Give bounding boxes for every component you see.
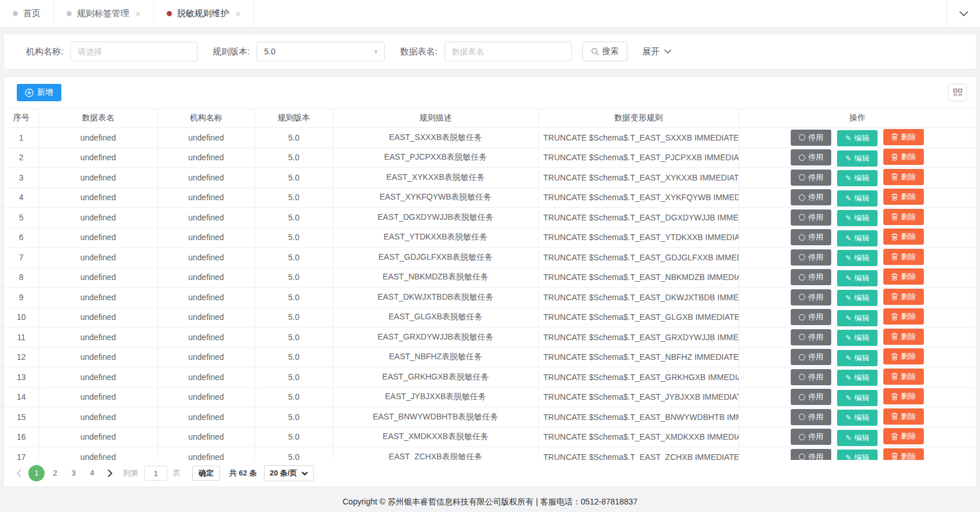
cell-table-name: undefined <box>39 407 157 428</box>
delete-button[interactable]: 删除 <box>883 308 924 325</box>
circle-icon <box>799 314 805 321</box>
table-row: 5 undefined undefined 5.0 EAST_DGXDYWJJB… <box>4 208 976 228</box>
edit-button[interactable]: ✎ 编辑 <box>837 310 878 326</box>
page-button-2[interactable]: 2 <box>47 465 63 481</box>
disable-button[interactable]: 停用 <box>791 369 831 385</box>
delete-button[interactable]: 删除 <box>883 408 924 425</box>
edit-button[interactable]: ✎ 编辑 <box>837 170 878 186</box>
table-row: 12 undefined undefined 5.0 EAST_NBFHZ表脱敏… <box>4 347 976 367</box>
table-row: 13 undefined undefined 5.0 EAST_GRKHGXB表… <box>4 367 976 388</box>
search-icon <box>591 47 599 56</box>
chevron-left-icon <box>16 469 21 477</box>
next-page-button[interactable] <box>102 465 118 481</box>
delete-button[interactable]: 删除 <box>883 388 924 404</box>
cell-rule-version: 5.0 <box>255 168 333 188</box>
disable-button[interactable]: 停用 <box>791 429 831 445</box>
tabs-dropdown-button[interactable] <box>946 0 980 27</box>
disable-button[interactable]: 停用 <box>791 209 831 226</box>
table-row: 2 undefined undefined 5.0 EAST_PJCPXXB表脱… <box>4 148 976 168</box>
disable-button[interactable]: 停用 <box>791 389 831 405</box>
cell-row-number: 12 <box>4 347 39 367</box>
disable-button[interactable]: 停用 <box>791 229 831 245</box>
disable-button[interactable]: 停用 <box>791 289 831 305</box>
cell-row-number: 13 <box>4 367 39 388</box>
edit-button[interactable]: ✎ 编辑 <box>837 290 878 306</box>
search-button[interactable]: 搜索 <box>582 42 627 61</box>
expand-label: 展开 <box>643 46 660 57</box>
delete-button[interactable]: 删除 <box>883 369 924 385</box>
circle-icon <box>799 394 805 400</box>
page-button-3[interactable]: 3 <box>65 465 82 481</box>
cell-row-number: 7 <box>4 248 39 268</box>
close-icon[interactable]: × <box>236 9 241 18</box>
edit-button[interactable]: ✎ 编辑 <box>837 230 878 246</box>
delete-button[interactable]: 删除 <box>883 289 924 305</box>
expand-toggle[interactable]: 展开 <box>643 46 671 57</box>
disable-button[interactable]: 停用 <box>791 149 831 165</box>
cell-transform-rule: TRUNCATE $Schema$.T_EAST_XYKXXB IMMEDIAT… <box>538 168 739 188</box>
rule-version-select[interactable]: 5.0 ▼ <box>256 42 385 61</box>
cell-transform-rule: TRUNCATE $Schema$.T_EAST_SXXXB IMMEDIATE… <box>538 128 739 148</box>
disable-button[interactable]: 停用 <box>791 309 831 325</box>
edit-button[interactable]: ✎ 编辑 <box>837 150 878 167</box>
edit-button[interactable]: ✎ 编辑 <box>837 250 878 266</box>
edit-button[interactable]: ✎ 编辑 <box>837 410 878 426</box>
confirm-page-button[interactable]: 确定 <box>192 466 220 481</box>
edit-button[interactable]: ✎ 编辑 <box>837 390 878 406</box>
main-panel: 新增 序号 数据表名 机构名称 规则版本 规则描述 数据变形规则 操作 <box>3 76 977 487</box>
edit-button[interactable]: ✎ 编辑 <box>837 210 878 226</box>
edit-button[interactable]: ✎ 编辑 <box>837 130 878 146</box>
edit-button[interactable]: ✎ 编辑 <box>837 430 878 446</box>
tab-desensitization-rule-maintenance[interactable]: 脱敏规则维护 × <box>154 0 254 27</box>
edit-button[interactable]: ✎ 编辑 <box>837 330 878 346</box>
cell-rule-desc: EAST_NBKMDZB表脱敏任务 <box>333 267 538 288</box>
close-icon[interactable]: × <box>135 9 141 18</box>
delete-button[interactable]: 删除 <box>883 189 924 205</box>
delete-button[interactable]: 删除 <box>883 428 924 444</box>
disable-button[interactable]: 停用 <box>791 449 831 461</box>
circle-icon <box>799 454 805 460</box>
cell-row-number: 16 <box>4 427 39 447</box>
disable-button[interactable]: 停用 <box>791 349 831 365</box>
disable-button[interactable]: 停用 <box>791 130 831 146</box>
cell-table-name: undefined <box>39 347 157 367</box>
disable-button[interactable]: 停用 <box>791 170 831 186</box>
page-button-1[interactable]: 1 <box>28 465 45 481</box>
tab-home[interactable]: 首页 <box>0 0 54 27</box>
prev-page-button[interactable] <box>11 465 26 481</box>
delete-button[interactable]: 删除 <box>883 209 924 225</box>
disable-button[interactable]: 停用 <box>791 329 831 345</box>
delete-button[interactable]: 删除 <box>883 169 924 185</box>
delete-button[interactable]: 删除 <box>883 129 924 145</box>
delete-button[interactable]: 删除 <box>883 229 924 245</box>
disable-button[interactable]: 停用 <box>791 269 831 285</box>
org-name-input[interactable] <box>70 42 197 61</box>
delete-button[interactable]: 删除 <box>883 268 924 285</box>
edit-button[interactable]: ✎ 编辑 <box>837 270 878 286</box>
edit-button[interactable]: ✎ 编辑 <box>837 370 878 386</box>
edit-button[interactable]: ✎ 编辑 <box>837 190 878 207</box>
table-row: 11 undefined undefined 5.0 EAST_GRXDYWJJ… <box>4 327 976 348</box>
trash-icon <box>891 213 898 220</box>
disable-button[interactable]: 停用 <box>791 249 831 266</box>
delete-button[interactable]: 删除 <box>883 249 924 265</box>
tab-rule-label-management[interactable]: 规则标签管理 × <box>54 0 154 27</box>
delete-button[interactable]: 删除 <box>883 149 924 165</box>
table-name-input[interactable] <box>445 42 572 61</box>
delete-button[interactable]: 删除 <box>883 329 924 345</box>
add-button[interactable]: 新增 <box>17 84 61 101</box>
delete-button[interactable]: 删除 <box>883 448 924 461</box>
disable-button[interactable]: 停用 <box>791 189 831 205</box>
goto-page-input[interactable] <box>144 466 167 481</box>
delete-button[interactable]: 删除 <box>883 348 924 364</box>
edit-button[interactable]: ✎ 编辑 <box>837 450 878 460</box>
disable-button[interactable]: 停用 <box>791 409 831 425</box>
cell-row-number: 1 <box>4 128 39 148</box>
table-body: 1 undefined undefined 5.0 EAST_SXXXB表脱敏任… <box>4 128 976 461</box>
cell-rule-desc: EAST_NBFHZ表脱敏任务 <box>333 347 538 367</box>
chevron-right-icon <box>108 469 113 477</box>
page-size-select[interactable]: 20 条/页 <box>264 465 314 481</box>
column-settings-button[interactable] <box>948 84 967 101</box>
edit-button[interactable]: ✎ 编辑 <box>837 350 878 366</box>
page-button-4[interactable]: 4 <box>84 465 100 481</box>
